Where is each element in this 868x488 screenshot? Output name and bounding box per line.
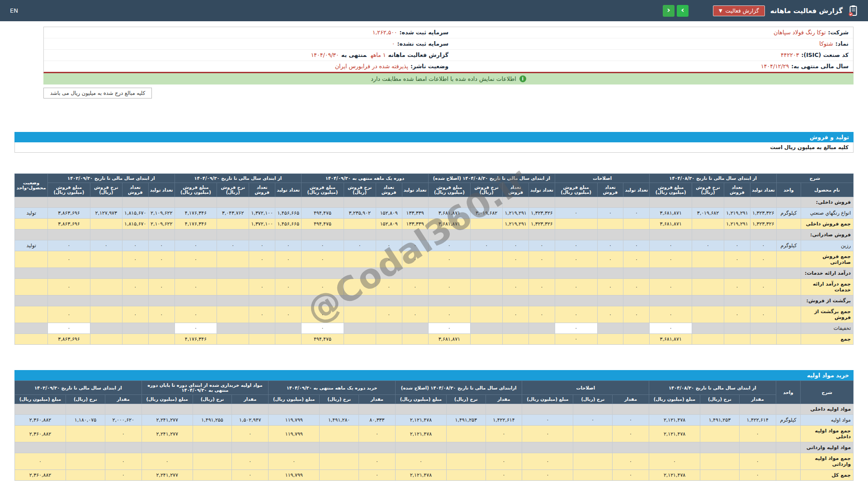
value-cell [249,334,275,345]
value-cell [750,268,776,279]
value-cell: ۴۹۴,۴۷۵ [302,334,344,345]
row-label-cell: جمع درآمد ارائه خدمات [801,279,854,296]
value-cell [700,453,740,470]
value-cell: ۳,۶۸۱,۸۷۱ [650,208,692,219]
table-row: جمع برگشت از فروش۰۰۰۰۰۰۰۰۰۰۰۰۰۰۰۰۰۰ [15,306,854,323]
value-cell [529,197,555,208]
info-value-link[interactable]: شتوکا [819,40,833,47]
prev-report-button[interactable]: ‹ [663,5,675,17]
value-cell: ۰ [175,306,217,323]
value-cell: ۰ [302,306,344,323]
value-cell [122,268,148,279]
value-cell [175,268,217,279]
value-cell: ۰ [249,251,275,268]
column-header: واحد [776,183,801,197]
column-header: تعداد فروش [724,183,750,197]
unit-cell [776,251,801,268]
row-label-cell: رزین [801,240,854,251]
value-cell: ۴,۱۷۶,۳۴۶ [175,334,217,345]
value-cell: ۱,۵۰۲,۹۴۷ [232,415,269,426]
value-cell [503,296,529,306]
value-cell [175,197,217,208]
value-cell: ۰ [302,279,344,296]
value-cell: ۰ [739,470,776,481]
value-cell: ۰ [249,306,275,323]
value-cell: ۱۵۲,۸۰۹ [376,219,402,230]
section-label-cell: برگشت از فروش: [801,296,854,306]
value-cell [48,230,90,240]
unit-note-tab[interactable]: کلیه مبالغ درج شده به میلیون ریال می باش… [43,88,152,99]
column-group-header: از ابتدای سال مالی تا تاریخ ۱۴۰۳/۰۹/۳۰ [15,381,142,395]
info-value: ۰ [392,40,395,47]
value-cell [344,306,376,323]
language-toggle[interactable]: EN [10,7,18,14]
status-cell [15,279,48,296]
value-cell [344,334,376,345]
unit-cell: کیلوگرم [776,415,801,426]
value-cell [344,296,376,306]
unit-cell [776,296,801,306]
row-label-cell: جمع فروش داخلی [801,219,854,230]
unit-cell [776,197,801,208]
value-cell [90,251,122,268]
value-cell [302,230,344,240]
company-info-cell: سرمایه ثبت نشده:۰ [48,40,448,48]
value-cell: ۰ [15,453,66,470]
column-header: نرخ فروش (ریال) [90,183,122,197]
activity-report-dropdown-label: گزارش فعالیت [726,8,759,14]
column-header: تعداد تولید [275,183,302,197]
value-cell: ۰ [175,323,217,334]
value-cell [724,197,750,208]
section-label-cell: فروش داخلی: [801,197,854,208]
report-document-icon[interactable] [848,5,858,17]
value-cell: ۱۳۳,۳۳۹ [402,208,428,219]
value-cell: ۴۹۴,۴۷۵ [302,219,344,230]
value-cell: ۲,۱۲۱,۴۷۸ [395,426,446,442]
column-header: تعداد تولید [148,183,175,197]
value-cell [376,334,402,345]
value-cell [122,334,148,345]
value-cell: ۳,۶۸۱,۸۷۱ [428,208,471,219]
info-label: سال مالی منتهی به: [791,63,849,70]
column-group-header: از ابتدای سال مالی تا تاریخ ۱۴۰۴/۰۸/۳۰ (… [428,174,555,183]
value-cell [376,296,402,306]
value-cell [597,296,623,306]
value-cell: ۰ [122,279,148,296]
value-cell: ۰ [724,251,750,268]
chevron-left-icon: ‹ [667,6,670,14]
value-cell: ۳,۸۶۳,۶۹۶ [48,219,90,230]
value-cell: ۰ [217,240,249,251]
value-cell [428,230,471,240]
column-header: نرخ فروش (ریال) [692,183,724,197]
row-label-cell: جمع مواد اولیه داخلی [801,426,854,442]
info-value-link[interactable]: توکا رنگ فولاد سپاهان [774,29,826,36]
value-cell [344,230,376,240]
value-cell: ۰ [623,251,650,268]
section-label-cell: فروش صادراتی: [801,230,854,240]
value-cell [359,442,395,453]
unit-cell [776,334,801,345]
activity-report-dropdown[interactable]: گزارش فعالیت ▼ [713,5,765,16]
value-cell: ۰ [486,426,522,442]
value-cell: ۰ [402,279,428,296]
column-header: نام محصول [801,183,854,197]
row-label-cell: تخفیفات [801,323,854,334]
next-report-button[interactable]: › [677,5,689,17]
value-cell: ۰ [623,208,650,219]
value-cell: ۰ [649,453,700,470]
info-value: ۱۴۰۴/۰۹/۳۰ [311,52,339,58]
value-cell [66,470,105,481]
value-cell [700,442,740,453]
value-cell [471,251,503,268]
value-cell [193,470,232,481]
info-value: ۱۴۰۴/۱۲/۲۹ [761,63,789,70]
value-cell: ۰ [275,306,302,323]
row-label-cell: انواع رنگهاي صنعتي [801,208,854,219]
signed-data-notice-text: اطلاعات نمایش داده شده با اطلاعات امضا ش… [371,75,516,82]
value-cell [597,334,623,345]
value-cell [302,296,344,306]
value-cell: ۲,۱۲۱,۴۷۸ [395,470,446,481]
value-cell [344,219,376,230]
section-label-cell: مواد اولیه وارداتی [801,442,854,453]
value-cell [320,404,359,415]
